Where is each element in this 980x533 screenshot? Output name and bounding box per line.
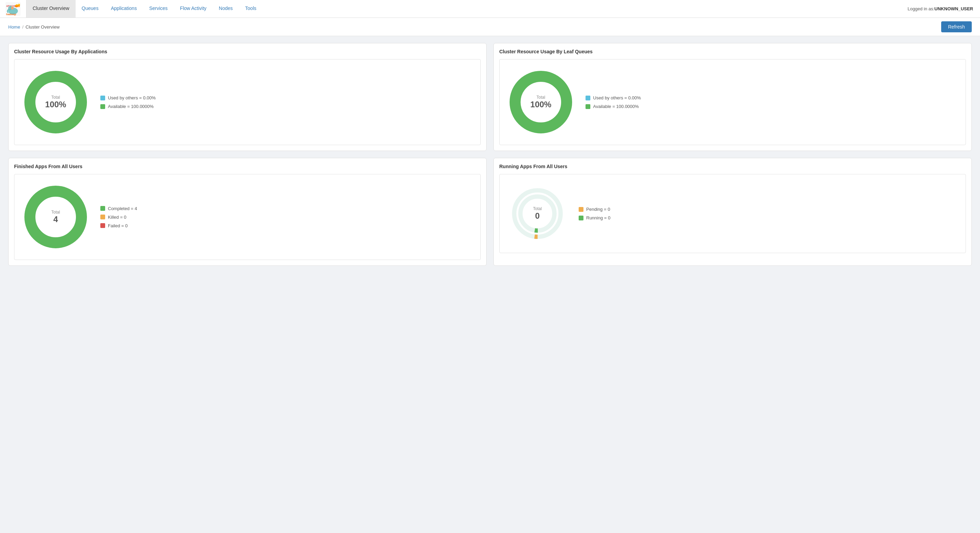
login-info: Logged in as: UNKNOWN_USER [900,0,980,18]
panel-finished-apps: Finished Apps From All Users Total 4 [8,158,487,266]
donut-queues: Total 100% [506,68,575,137]
donut-finished-center: Total 4 [51,210,60,224]
donut-queues-center: Total 100% [530,95,551,109]
legend-swatch-killed [100,215,105,219]
donut-running: Total 0 [506,183,568,244]
panel-finished-apps-inner: Total 4 Completed = 4 Killed = 0 [14,174,481,260]
hadoop-logo: APACHE hadoop [5,2,21,16]
legend-swatch-completed [100,206,105,211]
legend-swatch-failed [100,223,105,228]
panel-finished-apps-title: Finished Apps From All Users [14,164,481,169]
panel-running-apps: Running Apps From All Users [493,158,972,266]
breadcrumb: Home / Cluster Overview [8,24,59,30]
legend-item-queues-1: Available = 100.0000% [585,104,641,109]
legend-swatch-pending [579,207,584,212]
legend-item-running-1: Running = 0 [579,215,610,220]
legend-swatch-running [579,215,584,220]
apps-panels-row: Finished Apps From All Users Total 4 [8,158,972,266]
breadcrumb-current: Cluster Overview [25,24,59,30]
nav-item-flow-activity[interactable]: Flow Activity [174,0,213,18]
breadcrumb-home[interactable]: Home [8,24,20,30]
donut-container-queues: Total 100% Used by others = 0.00% Availa… [506,64,959,140]
donut-container-running: Total 0 Pending = 0 Running = 0 [506,179,959,248]
svg-text:hadoop: hadoop [6,13,16,16]
legend-item-queues-0: Used by others = 0.00% [585,95,641,101]
legend-queues: Used by others = 0.00% Available = 100.0… [585,95,641,109]
panel-running-apps-title: Running Apps From All Users [499,164,966,169]
navbar: APACHE hadoop [0,0,980,18]
panel-resource-queues: Cluster Resource Usage By Leaf Queues To… [493,43,972,151]
legend-item-finished-2: Failed = 0 [100,223,137,228]
nav-links: Cluster Overview Queues Applications Ser… [27,0,900,18]
legend-item-finished-0: Completed = 4 [100,206,137,211]
donut-apps: Total 100% [21,68,90,137]
main-content: Cluster Resource Usage By Applications T… [0,36,980,279]
nav-item-tools[interactable]: Tools [239,0,262,18]
panel-resource-queues-title: Cluster Resource Usage By Leaf Queues [499,49,966,54]
legend-item-apps-0: Used by others = 0.00% [100,95,156,101]
legend-apps: Used by others = 0.00% Available = 100.0… [100,95,156,109]
legend-swatch-green [100,104,105,109]
brand: APACHE hadoop [0,0,27,18]
svg-point-6 [9,8,10,8]
legend-item-running-0: Pending = 0 [579,207,610,212]
legend-running: Pending = 0 Running = 0 [579,207,610,220]
donut-running-center: Total 0 [533,206,541,221]
nav-item-services[interactable]: Services [143,0,174,18]
panel-resource-queues-inner: Total 100% Used by others = 0.00% Availa… [499,59,966,145]
legend-swatch-blue-q [585,96,590,101]
nav-item-nodes[interactable]: Nodes [213,0,239,18]
hadoop-elephant-icon: APACHE hadoop [5,2,21,16]
legend-finished: Completed = 4 Killed = 0 Failed = 0 [100,206,137,228]
resource-panels-row: Cluster Resource Usage By Applications T… [8,43,972,151]
legend-item-apps-1: Available = 100.0000% [100,104,156,109]
breadcrumb-bar: Home / Cluster Overview Refresh [0,18,980,36]
panel-resource-apps-inner: Total 100% Used by others = 0.00% Availa… [14,59,481,145]
panel-resource-apps: Cluster Resource Usage By Applications T… [8,43,487,151]
breadcrumb-separator: / [22,24,24,30]
legend-swatch-blue [100,96,105,101]
donut-container-apps: Total 100% Used by others = 0.00% Availa… [21,64,474,140]
donut-finished: Total 4 [21,183,90,251]
nav-item-queues[interactable]: Queues [76,0,105,18]
legend-item-finished-1: Killed = 0 [100,215,137,220]
refresh-button[interactable]: Refresh [941,21,972,32]
nav-item-cluster-overview[interactable]: Cluster Overview [27,0,76,18]
svg-point-7 [11,6,14,10]
panel-running-apps-inner: Total 0 Pending = 0 Running = 0 [499,174,966,253]
panel-resource-apps-title: Cluster Resource Usage By Applications [14,49,481,54]
donut-apps-center: Total 100% [45,95,66,109]
donut-container-finished: Total 4 Completed = 4 Killed = 0 [21,179,474,255]
nav-item-applications[interactable]: Applications [105,0,143,18]
legend-swatch-green-q [585,104,590,109]
